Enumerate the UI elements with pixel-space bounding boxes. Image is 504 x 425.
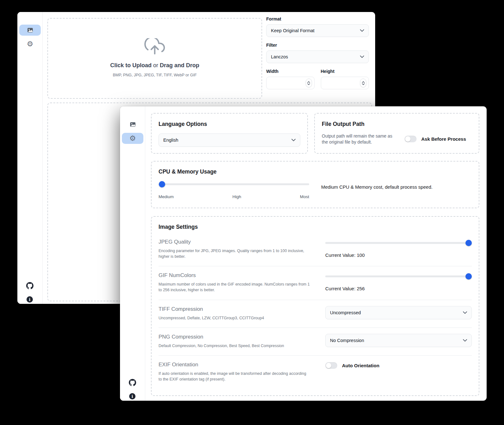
file-output-path-section: File Output Path Output path will remain… [314, 113, 479, 154]
filter-label: Filter [266, 43, 369, 48]
toggle-label: Ask Before Process [421, 136, 466, 142]
setting-description: If auto orientation is enabled, the imag… [159, 371, 310, 382]
section-title: Image Settings [159, 224, 472, 230]
chevron-down-icon [360, 56, 364, 58]
setting-name: EXIF Orientation [159, 362, 314, 368]
section-title: File Output Path [322, 121, 472, 127]
image-icon [129, 121, 136, 128]
gear-icon: ⚙ [129, 135, 136, 142]
info-icon[interactable]: i [27, 296, 33, 303]
info-icon[interactable]: i [129, 393, 135, 399]
setting-name: TIFF Compression [159, 306, 314, 312]
sidebar-item-images[interactable] [122, 119, 143, 130]
image-settings-section: Image Settings JPEG Quality Encoding par… [151, 216, 479, 396]
width-label: Width [266, 69, 315, 74]
setting-name: PNG Compression [159, 334, 314, 340]
output-path-description: Output path will remain the same as the … [322, 133, 398, 145]
tick-high: High [174, 194, 300, 199]
sidebar: ⚙ i [17, 12, 43, 304]
cpu-memory-section: CPU & Memory Usage Medium High Most Medi… [151, 161, 479, 208]
section-title: Language Options [159, 121, 300, 127]
github-icon[interactable] [26, 282, 33, 291]
setting-name: JPEG Quality [159, 239, 314, 245]
setting-description: Maximum number of colors used in the GIF… [159, 281, 310, 293]
gear-icon: ⚙ [27, 40, 33, 48]
jpeg-quality-row: JPEG Quality Encoding parameter for JPG,… [159, 233, 472, 266]
toggle-label: Auto Orientation [342, 363, 379, 368]
sidebar-item-settings[interactable]: ⚙ [19, 38, 41, 50]
sidebar-item-images[interactable] [19, 25, 41, 36]
height-label: Height [321, 69, 369, 74]
chevron-down-icon [463, 311, 467, 314]
sidebar: ⚙ i [120, 106, 145, 401]
tick-most: Most [300, 194, 309, 199]
jpeg-quality-slider-thumb[interactable] [465, 240, 472, 246]
cpu-slider-thumb[interactable] [159, 181, 165, 187]
current-value: Current Value: 256 [325, 286, 472, 291]
section-title: CPU & Memory Usage [159, 168, 472, 175]
ask-before-process-toggle[interactable] [405, 136, 417, 142]
auto-orientation-toggle[interactable] [325, 362, 337, 369]
image-icon [27, 27, 33, 33]
upload-formats: BMP, PNG, JPG, JPEG, TIF, TIFF, WebP or … [48, 73, 261, 77]
png-compression-select[interactable]: No Compression [325, 334, 472, 347]
setting-name: GIF NumColors [159, 272, 314, 279]
format-select[interactable]: Keep Original Format [266, 24, 369, 37]
cpu-slider[interactable] [159, 183, 309, 185]
settings-window: ⚙ i Language Options English File Output… [120, 106, 487, 401]
language-select[interactable]: English [159, 133, 300, 147]
setting-description: Default Compression, No Compression, Bes… [159, 343, 310, 349]
setting-description: Uncompressed, Deflate, LZW, CCITTGroup3,… [159, 315, 310, 321]
upload-cloud-icon [144, 50, 165, 56]
upload-title: Click to Upload or Drag and Drop [48, 62, 261, 69]
gif-numcolors-row: GIF NumColors Maximum number of colors u… [159, 266, 472, 299]
tick-medium: Medium [159, 194, 174, 199]
chevron-down-icon [360, 29, 364, 32]
language-options-section: Language Options English [151, 113, 308, 154]
github-icon[interactable] [129, 379, 136, 387]
stepper-icon[interactable] [306, 79, 312, 87]
chevron-down-icon [463, 339, 467, 342]
format-label: Format [266, 16, 369, 21]
sidebar-item-settings[interactable]: ⚙ [122, 133, 143, 144]
format-panel: Format Keep Original Format Filter Lancz… [266, 16, 369, 89]
gif-numcolors-slider[interactable] [325, 275, 472, 277]
filter-select[interactable]: Lanczos [266, 50, 369, 63]
width-input[interactable] [266, 77, 315, 89]
tiff-compression-select[interactable]: Uncompressed [325, 306, 472, 319]
png-compression-row: PNG Compression Default Compression, No … [159, 328, 472, 355]
upload-dropzone[interactable]: Click to Upload or Drag and Drop BMP, PN… [47, 18, 262, 99]
stepper-icon[interactable] [360, 79, 366, 87]
current-value: Current Value: 100 [325, 252, 472, 258]
height-input[interactable] [321, 77, 369, 89]
tiff-compression-row: TIFF Compression Uncompressed, Deflate, … [159, 300, 472, 328]
exif-orientation-row: EXIF Orientation If auto orientation is … [159, 355, 472, 389]
setting-description: Encoding parameter for JPG, JPEG images.… [159, 248, 310, 259]
chevron-down-icon [291, 139, 296, 141]
cpu-status-text: Medium CPU & Memory cost, default proces… [321, 183, 433, 199]
gif-numcolors-slider-thumb[interactable] [465, 273, 472, 280]
jpeg-quality-slider[interactable] [325, 242, 472, 244]
